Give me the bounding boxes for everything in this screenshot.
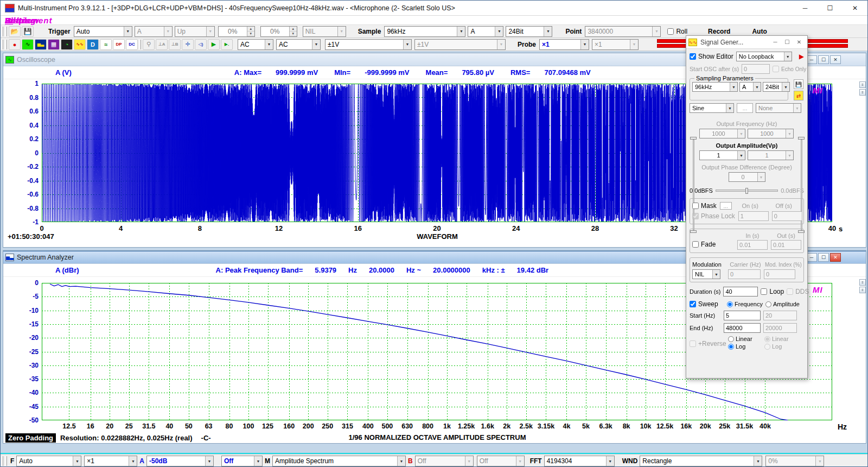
roll-checkbox-input[interactable]: [667, 28, 674, 35]
balance-slider[interactable]: [716, 190, 778, 192]
chevron-down-icon[interactable]: ▼: [129, 456, 137, 466]
chevron-down-icon[interactable]: ▼: [630, 40, 638, 49]
run-stop-icon[interactable]: ▶: [208, 39, 220, 50]
chevron-down-icon[interactable]: ▼: [457, 27, 465, 36]
chevron-down-icon[interactable]: ▼: [737, 151, 745, 160]
toolbar-grip[interactable]: [2, 456, 3, 466]
open-file-button[interactable]: 📂: [9, 26, 21, 37]
toolbar-grip[interactable]: [5, 456, 7, 466]
siggen-rate-combo[interactable]: 96kHz▼: [692, 82, 738, 92]
chevron-down-icon[interactable]: ▼: [754, 456, 762, 466]
sweep-frequency-radio[interactable]: Frequency: [727, 301, 763, 307]
chevron-down-icon[interactable]: ▼: [580, 40, 589, 49]
window-minimize-button[interactable]: ─: [793, 1, 818, 16]
chevron-down-icon[interactable]: ▼: [397, 456, 405, 466]
sampling-channel-combo[interactable]: A▼: [468, 26, 503, 37]
marker-b-icon[interactable]: ⊥B: [169, 39, 181, 50]
chevron-down-icon[interactable]: ▼: [73, 456, 81, 466]
roll-checkbox[interactable]: Roll: [667, 28, 687, 35]
chevron-down-icon[interactable]: ▼: [254, 456, 262, 466]
chevron-down-icon[interactable]: ▼: [786, 129, 793, 138]
chevron-down-icon[interactable]: ▼: [793, 104, 801, 112]
spec-minimize-button[interactable]: ─: [806, 253, 817, 262]
chevron-down-icon[interactable]: ▼: [312, 40, 320, 49]
modulation-combo[interactable]: NIL▼: [692, 269, 720, 279]
trigger-level-spinner[interactable]: 0%▲▼: [218, 26, 255, 37]
osc-side-button[interactable]: ≡: [859, 81, 866, 88]
freq-axis-combo[interactable]: Auto▼: [16, 456, 81, 466]
window-function-combo[interactable]: Rectangle▼: [640, 456, 762, 466]
osc-side-button[interactable]: ≡: [859, 89, 866, 96]
fft-size-combo[interactable]: 4194304▼: [544, 456, 615, 466]
probe-calibration-icon[interactable]: ⚲: [143, 39, 155, 50]
multimeter-icon[interactable]: ▦: [48, 39, 60, 50]
loopback-combo[interactable]: No Loopback▼: [736, 52, 792, 61]
chevron-down-icon[interactable]: ▼: [782, 83, 789, 91]
app-titlebar[interactable]: Multi-Instrument Pro 3.9.12.1 - [+3DP+DL…: [1, 1, 867, 16]
sweep-frequency-input[interactable]: [727, 301, 733, 307]
chevron-down-icon[interactable]: ▼: [337, 27, 346, 36]
toolbar-grip[interactable]: [5, 27, 7, 36]
spinner-down-icon[interactable]: ▼: [290, 31, 297, 36]
sweep-end-a-input[interactable]: [724, 323, 761, 333]
sweep-amplitude-input[interactable]: [765, 301, 771, 307]
output-amplitude-a-combo[interactable]: 1▼: [699, 150, 745, 160]
wave-type-combo[interactable]: Sine▼: [690, 103, 734, 113]
chevron-down-icon[interactable]: ▼: [606, 456, 614, 466]
show-editor-checkbox[interactable]: Show Editor: [690, 53, 733, 60]
show-editor-input[interactable]: [690, 53, 696, 60]
range-a-combo[interactable]: ±1V▼: [325, 39, 412, 50]
record-button[interactable]: Record: [708, 28, 730, 35]
sweep-checkbox[interactable]: Sweep: [690, 300, 724, 308]
toolbar-grip[interactable]: [5, 40, 7, 49]
save-file-button[interactable]: 💾: [22, 26, 34, 37]
signal-generator-icon[interactable]: ∿∿: [74, 39, 86, 50]
window-close-button[interactable]: ✕: [843, 1, 867, 16]
chevron-down-icon[interactable]: ▼: [652, 27, 660, 36]
chevron-down-icon[interactable]: ▼: [730, 83, 737, 91]
record-icon[interactable]: ●: [9, 39, 21, 50]
sweep-linear-a-radio[interactable]: Linear: [728, 336, 762, 342]
osc-maximize-button[interactable]: ☐: [818, 55, 829, 64]
analysis-mode-combo[interactable]: Amplitude Spectrum▼: [272, 456, 406, 466]
a-shift-combo[interactable]: Off▼: [221, 456, 263, 466]
siggen-run-button[interactable]: ▶: [799, 53, 804, 60]
chevron-down-icon[interactable]: ▼: [757, 173, 765, 181]
siggen-minimize-button[interactable]: ─: [769, 39, 781, 45]
probe-a-combo[interactable]: ×1▼: [539, 39, 589, 50]
sweep-log-a-input[interactable]: [728, 344, 734, 350]
duration-input[interactable]: [723, 287, 758, 296]
spectrum-3d-plot-icon[interactable]: ◔: [61, 39, 73, 50]
window-maximize-button[interactable]: ☐: [818, 1, 843, 16]
menu-item-help[interactable]: Help: [1, 15, 29, 26]
chevron-down-icon[interactable]: ▼: [544, 27, 552, 36]
coupling-b-combo[interactable]: AC▼: [276, 39, 321, 50]
chevron-down-icon[interactable]: ▼: [815, 456, 824, 466]
spinner-down-icon[interactable]: ▼: [247, 31, 254, 36]
chevron-down-icon[interactable]: ▼: [206, 27, 214, 36]
sweep-input[interactable]: [690, 301, 696, 307]
chevron-down-icon[interactable]: ▼: [753, 83, 761, 91]
ddp-viewer-icon[interactable]: DP: [113, 39, 125, 50]
sweep-start-a-input[interactable]: [724, 311, 761, 320]
derived-data-point-icon[interactable]: ≈: [100, 39, 112, 50]
osc-close-button[interactable]: ✕: [830, 55, 841, 64]
chevron-down-icon[interactable]: ▼: [726, 104, 733, 112]
chevron-down-icon[interactable]: ▼: [164, 27, 172, 36]
osc-minimize-button[interactable]: ─: [806, 55, 817, 64]
freq-zoom-combo[interactable]: ×1▼: [84, 456, 137, 466]
auto-scale-button[interactable]: Auto: [752, 28, 767, 35]
oscilloscope-icon[interactable]: ∿: [22, 39, 34, 50]
chevron-down-icon[interactable]: ▼: [124, 27, 132, 36]
chevron-down-icon[interactable]: ▼: [403, 40, 411, 49]
spinner-up-icon[interactable]: ▲: [247, 27, 254, 31]
spec-side-button[interactable]: ≡: [859, 279, 866, 286]
toolbar-grip[interactable]: [2, 40, 3, 49]
spinner-up-icon[interactable]: ▲: [290, 27, 297, 31]
coupling-a-combo[interactable]: AC▼: [238, 39, 273, 50]
sampling-rate-combo[interactable]: 96kHz▼: [384, 26, 465, 37]
spec-maximize-button[interactable]: ☐: [818, 253, 829, 262]
chevron-down-icon[interactable]: ▼: [712, 270, 720, 279]
siggen-import-button[interactable]: ⇄: [794, 91, 803, 100]
trigger-delay-spinner[interactable]: 0%▲▼: [260, 26, 297, 37]
